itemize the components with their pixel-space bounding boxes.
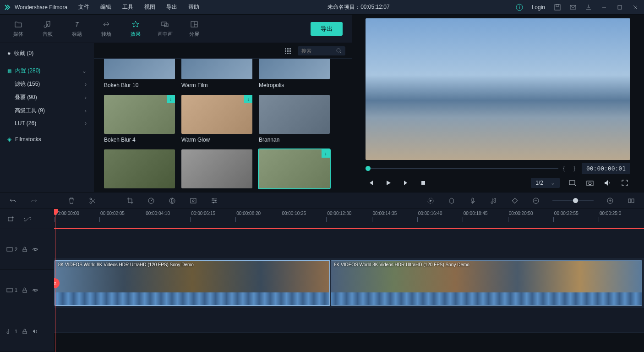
app-name: Wondershare Filmora xyxy=(15,4,67,11)
svg-rect-13 xyxy=(285,48,286,50)
sidebar-item-filters[interactable]: 滤镜 (155)› xyxy=(0,77,94,91)
grid-view-icon[interactable] xyxy=(284,47,291,55)
audio-mixer-button[interactable] xyxy=(489,196,498,205)
color-button[interactable] xyxy=(168,196,177,205)
preview-viewport[interactable] xyxy=(366,18,630,160)
sidebar-item-lut[interactable]: LUT (26)› xyxy=(0,117,94,129)
delete-button[interactable] xyxy=(67,196,76,205)
tab-transitions[interactable]: 转场 xyxy=(92,15,121,43)
zoom-slider[interactable] xyxy=(552,200,594,201)
save-icon[interactable] xyxy=(552,2,562,12)
eye-icon[interactable] xyxy=(32,287,38,293)
effect-item[interactable]: Bad TV Signal xyxy=(104,149,175,192)
timeline-ruler[interactable]: 00:00:00:0000:00:02:0500:00:04:1000:00:0… xyxy=(54,209,644,229)
svg-point-35 xyxy=(215,200,216,201)
export-button[interactable]: 导出 xyxy=(311,22,343,36)
clip-video1b[interactable]: 8K VIDEOS World 8K Videos HDR UltraHD (1… xyxy=(331,260,642,306)
track-header-video1[interactable]: 1 xyxy=(0,270,54,311)
stop-button[interactable] xyxy=(419,178,428,187)
download-badge-icon: ↓ xyxy=(167,95,175,103)
info-icon[interactable]: i xyxy=(514,2,524,12)
eye-icon[interactable] xyxy=(32,246,38,253)
keyframe-button[interactable] xyxy=(510,196,519,205)
effect-item[interactable]: Metropolis xyxy=(259,59,330,88)
marker-button[interactable] xyxy=(447,196,456,205)
window-close[interactable] xyxy=(630,2,640,12)
lock-icon[interactable] xyxy=(22,287,27,293)
window-minimize[interactable] xyxy=(599,2,609,12)
svg-rect-2 xyxy=(555,5,560,10)
mark-brackets-icon[interactable]: { } xyxy=(563,165,577,171)
svg-rect-47 xyxy=(8,217,13,221)
sidebar-item-overlays[interactable]: 叠覆 (90)› xyxy=(0,91,94,104)
menu-export[interactable]: 导出 xyxy=(163,1,181,13)
green-screen-button[interactable] xyxy=(189,196,198,205)
tab-media[interactable]: 媒体 xyxy=(4,15,33,43)
menu-tools[interactable]: 工具 xyxy=(119,1,137,13)
speed-button[interactable] xyxy=(147,196,156,205)
svg-line-23 xyxy=(340,52,341,53)
tab-audio[interactable]: 音频 xyxy=(33,15,62,43)
track-video2[interactable] xyxy=(54,229,644,258)
add-track-button[interactable] xyxy=(6,214,16,224)
search-box[interactable] xyxy=(298,46,345,55)
track-audio1[interactable] xyxy=(54,308,644,333)
split-button[interactable] xyxy=(88,196,97,205)
zoom-out-button[interactable] xyxy=(531,196,540,205)
timeline: 2 1 1 00:00:00:0000:00:02:0500:00:04:100… xyxy=(0,209,644,352)
undo-button[interactable] xyxy=(8,196,17,205)
title-bar: Wondershare Filmora 文件 编辑 工具 视图 导出 帮助 未命… xyxy=(0,0,644,15)
quality-icon[interactable] xyxy=(568,178,577,187)
voiceover-button[interactable] xyxy=(468,196,477,205)
snapshot-icon[interactable] xyxy=(585,178,595,187)
effect-item[interactable]: ↓Bokeh Blur 4 xyxy=(104,95,175,143)
search-input[interactable] xyxy=(301,48,333,54)
zoom-fit-button[interactable] xyxy=(627,196,636,205)
lock-icon[interactable] xyxy=(22,329,27,334)
effect-item[interactable]: Brannan xyxy=(259,95,330,143)
sidebar-item-advanced[interactable]: 高级工具 (9)› xyxy=(0,104,94,117)
crop-button[interactable] xyxy=(126,196,135,205)
timeline-tracks[interactable]: 00:00:00:0000:00:02:0500:00:04:1000:00:0… xyxy=(54,209,644,352)
next-frame-button[interactable] xyxy=(401,178,410,187)
menu-file[interactable]: 文件 xyxy=(75,1,93,13)
menu-edit[interactable]: 编辑 xyxy=(97,1,115,13)
sidebar-builtin[interactable]: ▦ 内置 (280) ⌄ xyxy=(0,64,94,77)
sidebar-filmstocks[interactable]: ◈ Filmstocks xyxy=(0,133,94,145)
tab-titles[interactable]: T标题 xyxy=(62,15,92,43)
track-header-video2[interactable]: 2 xyxy=(0,229,54,270)
seek-slider[interactable] xyxy=(366,168,558,169)
clip-video1a[interactable]: 8K VIDEOS World 8K Videos HDR UltraHD (1… xyxy=(55,260,330,306)
link-button[interactable] xyxy=(23,214,32,224)
speaker-icon[interactable] xyxy=(32,328,38,335)
effect-item[interactable]: ↓Harry Potter xyxy=(259,149,330,192)
tab-pip[interactable]: 画中画 xyxy=(150,15,180,43)
play-button[interactable] xyxy=(384,178,393,187)
effect-item[interactable]: Warm Film xyxy=(181,59,252,88)
timeline-toolbar xyxy=(0,192,644,209)
zoom-in-button[interactable] xyxy=(606,196,615,205)
playhead[interactable] xyxy=(55,209,55,352)
track-header-audio1[interactable]: 1 xyxy=(0,311,54,352)
preview-zoom-select[interactable]: 1/2⌄ xyxy=(531,178,560,188)
tab-effects[interactable]: 效果 xyxy=(121,15,150,43)
lock-icon[interactable] xyxy=(22,247,27,252)
effect-item[interactable]: Bokeh Blur 10 xyxy=(104,59,175,88)
volume-icon[interactable] xyxy=(603,178,612,187)
effect-item[interactable]: Grey xyxy=(181,149,252,192)
effect-item[interactable]: ↓Warm Glow xyxy=(181,95,252,143)
sidebar-favorites[interactable]: ♥ 收藏 (0) xyxy=(0,47,94,60)
menu-help[interactable]: 帮助 xyxy=(185,1,203,13)
download-icon[interactable] xyxy=(584,2,594,12)
redo-button[interactable] xyxy=(29,196,38,205)
tab-split[interactable]: 分屏 xyxy=(180,15,209,43)
fullscreen-icon[interactable] xyxy=(620,178,629,187)
window-maximize[interactable] xyxy=(615,2,625,12)
render-button[interactable] xyxy=(426,196,435,205)
mail-icon[interactable] xyxy=(568,2,578,12)
menu-view[interactable]: 视图 xyxy=(141,1,159,13)
adjust-button[interactable] xyxy=(210,196,219,205)
prev-frame-button[interactable] xyxy=(366,178,376,187)
track-video1[interactable]: fx 8K VIDEOS World 8K Videos HDR UltraHD… xyxy=(54,258,644,308)
login-button[interactable]: Login xyxy=(530,4,547,11)
